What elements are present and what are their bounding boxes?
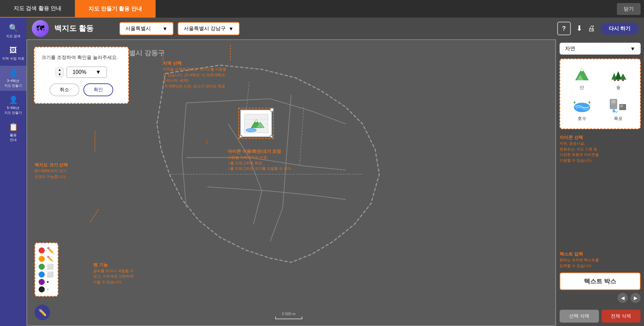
icon-cell-mountain[interactable]: 산 bbox=[564, 63, 600, 93]
next-arrow-button[interactable]: ▶ bbox=[630, 293, 641, 303]
size-value-box[interactable]: 100% ▼ bbox=[66, 66, 107, 78]
sidebar-label-grade3: 3~4학년지도 만들기 bbox=[4, 79, 22, 88]
annotation-region-select: 지역 선택 지역을 선택해 원하는 백지도를 이용할 수 있습니다. (3~4학… bbox=[163, 60, 226, 89]
guide-icon: 📋 bbox=[9, 123, 18, 131]
sidebar-item-map-search[interactable]: 🔍 지도 검색 bbox=[0, 21, 26, 41]
tab-map-search[interactable]: 지도 검색 활용 안내 bbox=[0, 0, 75, 18]
size-up-button[interactable]: ▲ bbox=[56, 67, 63, 72]
chevron-down-category-icon: ▼ bbox=[630, 46, 635, 52]
pen-row-orange: ✏️ bbox=[39, 256, 54, 262]
all-delete-button[interactable]: 전체 삭제 bbox=[602, 310, 641, 323]
sidebar-item-local-map[interactable]: 🖼 지역 수업 자료 bbox=[0, 43, 26, 64]
pen-row-purple: ▪ bbox=[39, 279, 54, 285]
icon-cell-waterfall[interactable]: 폭포 bbox=[601, 95, 636, 124]
close-button[interactable]: 닫기 bbox=[617, 3, 641, 15]
pen-row-blue: ⬜ bbox=[39, 271, 54, 278]
grade3-icon: 👤 bbox=[9, 68, 18, 77]
color-red[interactable] bbox=[39, 247, 45, 253]
icon-grid: 산 숲 bbox=[560, 59, 641, 129]
svg-rect-28 bbox=[620, 105, 623, 107]
scale-bar: 0 500 m bbox=[275, 312, 302, 319]
svg-rect-25 bbox=[611, 100, 616, 103]
color-purple[interactable] bbox=[39, 279, 45, 285]
svg-marker-17 bbox=[620, 74, 626, 80]
size-input-row: ▲ ▼ 100% ▼ bbox=[41, 66, 121, 78]
color-black[interactable] bbox=[39, 286, 45, 292]
lake-icon bbox=[572, 97, 592, 114]
svg-rect-19 bbox=[617, 79, 619, 81]
search-icon: 🔍 bbox=[9, 24, 18, 33]
waterfall-icon bbox=[608, 97, 628, 114]
nav-arrows: ◀ ▶ bbox=[560, 293, 641, 303]
chevron-down-size-icon: ▼ bbox=[96, 69, 101, 75]
map-area: 서울특별시 강동구 bbox=[26, 39, 556, 326]
text-box-display[interactable]: 텍스트 박스 bbox=[560, 272, 641, 290]
svg-marker-23 bbox=[588, 101, 590, 103]
svg-rect-20 bbox=[622, 79, 624, 81]
size-dialog: 크기를 조정하여 확인을 눌러주세요. ▲ ▼ 100% ▼ 취소 확 bbox=[34, 47, 129, 104]
color-orange[interactable] bbox=[39, 256, 45, 262]
category-select[interactable]: 자연 ▼ bbox=[560, 43, 641, 55]
pen-row-green: ⬜ bbox=[39, 263, 54, 270]
color-green[interactable] bbox=[39, 264, 45, 270]
cancel-button[interactable]: 취소 bbox=[49, 83, 79, 96]
icon-label-forest: 숲 bbox=[616, 84, 621, 90]
confirm-button[interactable]: 확인 bbox=[83, 83, 113, 96]
pen-toolbar: ✏️ ✏️ ⬜ ⬜ ▪ bbox=[35, 243, 58, 297]
eraser-light-icon[interactable]: ⬜ bbox=[47, 271, 54, 278]
pen-button[interactable]: ✏️ bbox=[35, 305, 50, 320]
sidebar-item-grade3[interactable]: 👤 3~4학년지도 만들기 bbox=[0, 66, 26, 91]
right-panel: 자연 ▼ 산 bbox=[556, 39, 644, 326]
icon-label-mountain: 산 bbox=[580, 84, 584, 90]
annotation-icon-select: 아이콘 선택 자연, 공공시설, 문화유산, 지도 기호 등 다양한 유형의 아… bbox=[560, 135, 641, 163]
grade5-icon: 👤 bbox=[9, 96, 18, 104]
sidebar-item-guide[interactable]: 📋 활용안내 bbox=[0, 120, 26, 145]
svg-rect-18 bbox=[614, 79, 616, 81]
size-dialog-buttons: 취소 확인 bbox=[41, 83, 121, 96]
pencil-light-icon[interactable]: ✏️ bbox=[47, 256, 54, 262]
print-button[interactable]: 🖨 bbox=[588, 24, 595, 33]
icon-label-waterfall: 폭포 bbox=[614, 116, 623, 122]
pen-row-black: ▪ bbox=[39, 286, 54, 292]
sidebar-item-grade5[interactable]: 👤 5~6학년지도 만들기 bbox=[0, 93, 26, 118]
prev-arrow-button[interactable]: ◀ bbox=[618, 293, 628, 303]
size-down-button[interactable]: ▼ bbox=[56, 72, 63, 77]
sidebar-label-search: 지도 검색 bbox=[6, 34, 21, 39]
icon-cell-lake[interactable]: 호수 bbox=[564, 95, 600, 124]
tab-map-create[interactable]: 지도 만들기 활용 안내 bbox=[75, 0, 155, 18]
help-button[interactable]: ? bbox=[557, 22, 571, 35]
sidebar-label-guide: 활용안내 bbox=[10, 133, 17, 142]
svg-marker-22 bbox=[573, 101, 576, 103]
local-map-icon: 🖼 bbox=[9, 46, 17, 55]
city-select[interactable]: 서울특별시 ▼ bbox=[119, 22, 174, 35]
annotation-icon-move: 아이콘 이동/회전/크기 조정 그림을 드래그하면 이동, ○를 드래그하면 회… bbox=[228, 148, 291, 171]
sidebar-label-local: 지역 수업 자료 bbox=[2, 56, 24, 61]
bottom-buttons: 선택 삭제 전체 삭제 bbox=[560, 310, 641, 323]
rotate-handle[interactable] bbox=[270, 108, 274, 112]
sidebar-label-grade5: 5~6학년지도 만들기 bbox=[4, 106, 22, 115]
forest-icon bbox=[608, 66, 628, 83]
district-select[interactable]: 서울특별시 강남구 ▼ bbox=[178, 22, 240, 35]
icon-cell-forest[interactable]: 숲 bbox=[601, 63, 636, 93]
square-icon[interactable]: ▪ bbox=[47, 279, 49, 285]
svg-marker-13 bbox=[581, 68, 583, 71]
redo-button[interactable]: 다시 하기 bbox=[601, 23, 639, 35]
mountain-icon bbox=[572, 66, 592, 83]
icon-label-lake: 호수 bbox=[578, 116, 586, 122]
resize-handle-bl[interactable] bbox=[239, 135, 242, 138]
square-light-icon[interactable]: ▪ bbox=[47, 286, 49, 292]
size-spinbox[interactable]: ▲ ▼ bbox=[56, 67, 64, 77]
resize-handle[interactable] bbox=[270, 135, 273, 138]
main-layout: 🔍 지도 검색 🖼 지역 수업 자료 👤 3~4학년지도 만들기 👤 5~6학년… bbox=[0, 18, 644, 326]
map-icon-container[interactable] bbox=[238, 108, 274, 139]
pencil-icon[interactable]: ✏️ bbox=[47, 247, 54, 254]
pen-row-red: ✏️ bbox=[39, 247, 54, 254]
header-icon: 🗺 bbox=[32, 20, 49, 37]
map-container: 서울특별시 강동구 bbox=[26, 39, 644, 326]
color-blue[interactable] bbox=[39, 271, 45, 278]
text-box-section: 텍스트 입력 원하는 위치에 텍스트를 입력할 수 있습니다. 텍스트 박스 ◀… bbox=[560, 251, 641, 303]
select-delete-button[interactable]: 선택 삭제 bbox=[560, 310, 599, 323]
eraser-icon[interactable]: ⬜ bbox=[47, 263, 54, 270]
chevron-down-icon: ▼ bbox=[162, 26, 167, 32]
download-button[interactable]: ⬇ bbox=[576, 24, 582, 33]
